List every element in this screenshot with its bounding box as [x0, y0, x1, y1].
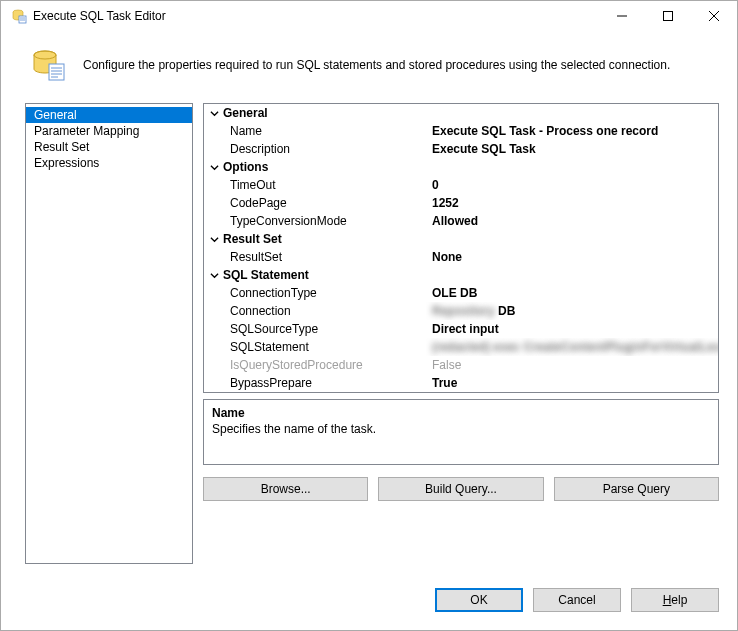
maximize-button[interactable] — [645, 1, 691, 31]
cancel-button[interactable]: Cancel — [533, 588, 621, 612]
svg-rect-1 — [19, 16, 26, 23]
prop-row-name[interactable]: Name Execute SQL Task - Process one reco… — [204, 122, 718, 140]
prop-value[interactable]: Repository DB — [426, 302, 718, 320]
app-icon — [11, 8, 27, 24]
close-button[interactable] — [691, 1, 737, 31]
prop-value[interactable]: OLE DB — [426, 284, 718, 302]
group-label: General — [223, 106, 268, 120]
group-sql-statement[interactable]: SQL Statement — [204, 266, 718, 284]
ok-button[interactable]: OK — [435, 588, 523, 612]
prop-row-description[interactable]: Description Execute SQL Task — [204, 140, 718, 158]
task-icon — [31, 49, 65, 81]
prop-row-resultset[interactable]: ResultSet None — [204, 248, 718, 266]
nav-item-result-set[interactable]: Result Set — [26, 139, 192, 155]
prop-label: Name — [204, 122, 426, 140]
property-grid: General Name Execute SQL Task - Process … — [203, 103, 719, 393]
prop-label: ResultSet — [204, 248, 426, 266]
property-description-panel: Name Specifies the name of the task. — [203, 399, 719, 465]
browse-button[interactable]: Browse... — [203, 477, 368, 501]
nav-item-general[interactable]: General — [26, 107, 192, 123]
prop-label: CodePage — [204, 194, 426, 212]
prop-value[interactable]: Direct input — [426, 320, 718, 338]
prop-row-bypassprepare[interactable]: BypassPrepare True — [204, 374, 718, 392]
description-title: Name — [212, 406, 710, 420]
titlebar: Execute SQL Task Editor — [1, 1, 737, 31]
prop-value[interactable]: 1252 — [426, 194, 718, 212]
prop-row-isquerystoredprocedure: IsQueryStoredProcedure False — [204, 356, 718, 374]
svg-rect-2 — [664, 12, 673, 21]
parse-query-button[interactable]: Parse Query — [554, 477, 719, 501]
description-body: Specifies the name of the task. — [212, 422, 710, 436]
group-label: SQL Statement — [223, 268, 309, 282]
prop-row-connection[interactable]: Connection Repository DB — [204, 302, 718, 320]
prop-label: SQLStatement — [204, 338, 426, 356]
minimize-button[interactable] — [599, 1, 645, 31]
prop-label: SQLSourceType — [204, 320, 426, 338]
header: Configure the properties required to run… — [1, 31, 737, 103]
chevron-down-icon — [210, 271, 219, 280]
header-description: Configure the properties required to run… — [83, 58, 670, 72]
prop-label: ConnectionType — [204, 284, 426, 302]
prop-row-typeconversionmode[interactable]: TypeConversionMode Allowed — [204, 212, 718, 230]
prop-value[interactable]: 0 — [426, 176, 718, 194]
prop-row-codepage[interactable]: CodePage 1252 — [204, 194, 718, 212]
prop-value: False — [426, 356, 718, 374]
prop-row-timeout[interactable]: TimeOut 0 — [204, 176, 718, 194]
help-button[interactable]: Help — [631, 588, 719, 612]
group-label: Result Set — [223, 232, 282, 246]
window: Execute SQL Task Editor Configure the pr… — [0, 0, 738, 631]
prop-value[interactable]: True — [426, 374, 718, 392]
prop-label: TimeOut — [204, 176, 426, 194]
svg-rect-5 — [49, 64, 64, 80]
group-general[interactable]: General — [204, 104, 718, 122]
chevron-down-icon — [210, 109, 219, 118]
chevron-down-icon — [210, 235, 219, 244]
prop-value[interactable]: None — [426, 248, 718, 266]
build-query-button[interactable]: Build Query... — [378, 477, 543, 501]
prop-row-sqlsourcetype[interactable]: SQLSourceType Direct input — [204, 320, 718, 338]
prop-value[interactable]: Allowed — [426, 212, 718, 230]
prop-label: TypeConversionMode — [204, 212, 426, 230]
nav-item-expressions[interactable]: Expressions — [26, 155, 192, 171]
prop-label: Description — [204, 140, 426, 158]
prop-value[interactable]: (redacted) exec CreateContentPluginForVi… — [426, 338, 718, 356]
group-result-set[interactable]: Result Set — [204, 230, 718, 248]
category-list[interactable]: General Parameter Mapping Result Set Exp… — [25, 103, 193, 564]
nav-item-parameter-mapping[interactable]: Parameter Mapping — [26, 123, 192, 139]
prop-row-sqlstatement[interactable]: SQLStatement (redacted) exec CreateConte… — [204, 338, 718, 356]
prop-label: BypassPrepare — [204, 374, 426, 392]
dialog-footer: OK Cancel Help — [1, 572, 737, 630]
prop-label: IsQueryStoredProcedure — [204, 356, 426, 374]
window-title: Execute SQL Task Editor — [33, 9, 599, 23]
prop-value[interactable]: Execute SQL Task - Process one record — [426, 122, 718, 140]
prop-row-connectiontype[interactable]: ConnectionType OLE DB — [204, 284, 718, 302]
prop-label: Connection — [204, 302, 426, 320]
prop-value[interactable]: Execute SQL Task — [426, 140, 718, 158]
chevron-down-icon — [210, 163, 219, 172]
group-options[interactable]: Options — [204, 158, 718, 176]
group-label: Options — [223, 160, 268, 174]
